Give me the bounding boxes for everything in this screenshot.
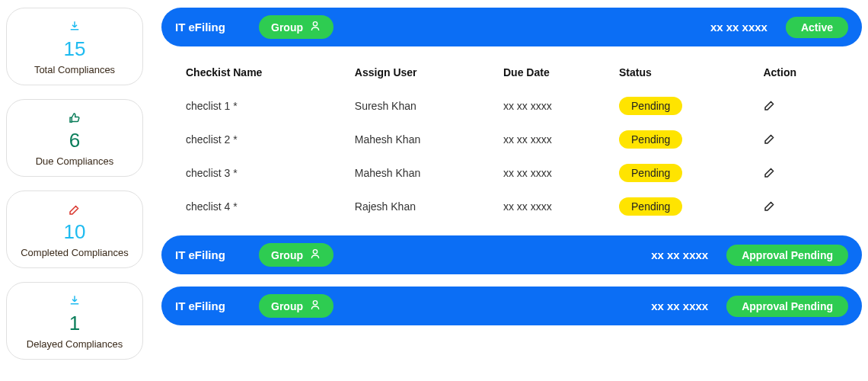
stat-delayed-compliances[interactable]: 1 Delayed Compliances bbox=[6, 282, 143, 360]
col-user: Assign User bbox=[349, 59, 497, 89]
user-icon bbox=[309, 299, 321, 313]
stat-label: Completed Compliances bbox=[21, 247, 129, 258]
col-action: Action bbox=[757, 59, 844, 89]
cell-due: xx xx xxxx bbox=[497, 190, 613, 223]
cell-user: Suresh Khan bbox=[349, 89, 497, 123]
stat-number: 1 bbox=[69, 312, 80, 335]
svg-point-1 bbox=[313, 250, 317, 254]
status-badge: Pending bbox=[619, 197, 682, 216]
cell-due: xx xx xxxx bbox=[497, 89, 613, 123]
cell-name: checlist 4 * bbox=[180, 190, 349, 223]
col-status: Status bbox=[613, 59, 757, 89]
cell-due: xx xx xxxx bbox=[497, 123, 613, 156]
cell-user: Mahesh Khan bbox=[349, 123, 497, 156]
download-icon bbox=[67, 293, 82, 309]
stat-completed-compliances[interactable]: 10 Completed Compliances bbox=[6, 190, 143, 268]
bar-date: xx xx xxxx bbox=[651, 299, 708, 312]
edit-button[interactable] bbox=[763, 98, 777, 112]
compliance-bar-pending[interactable]: IT eFiling Group xx xx xxxx Approval Pen… bbox=[161, 287, 862, 325]
bar-title: IT eFiling bbox=[175, 299, 244, 312]
stat-number: 10 bbox=[64, 220, 86, 244]
compliance-bar-active[interactable]: IT eFiling Group xx xx xxxx Active bbox=[161, 8, 862, 46]
group-label: Group bbox=[271, 21, 303, 34]
status-badge: Pending bbox=[619, 97, 682, 115]
bar-date: xx xx xxxx bbox=[651, 248, 708, 261]
user-icon bbox=[309, 20, 321, 34]
stat-label: Due Compliances bbox=[36, 155, 114, 167]
group-label: Group bbox=[271, 249, 303, 261]
stat-label: Delayed Compliances bbox=[27, 338, 123, 350]
group-label: Group bbox=[271, 300, 303, 312]
user-icon bbox=[309, 248, 321, 262]
col-name: Checkist Name bbox=[180, 59, 349, 89]
status-badge: Pending bbox=[619, 130, 682, 149]
compliance-bar-pending[interactable]: IT eFiling Group xx xx xxxx Approval Pen… bbox=[161, 235, 862, 274]
svg-point-2 bbox=[313, 301, 317, 305]
stat-due-compliances[interactable]: 6 Due Compliances bbox=[6, 99, 143, 177]
bar-title: IT eFiling bbox=[175, 248, 244, 261]
group-pill[interactable]: Group bbox=[259, 243, 333, 267]
edit-button[interactable] bbox=[763, 199, 777, 213]
stat-number: 6 bbox=[69, 129, 80, 152]
table-row: checlist 3 * Mahesh Khan xx xx xxxx Pend… bbox=[180, 156, 844, 190]
main-content: IT eFiling Group xx xx xxxx Active Check… bbox=[161, 8, 862, 373]
sidebar: 15 Total Compliances 6 Due Compliances 1… bbox=[6, 8, 143, 373]
svg-point-0 bbox=[313, 22, 317, 26]
status-pill-active: Active bbox=[786, 17, 848, 38]
stat-total-compliances[interactable]: 15 Total Compliances bbox=[6, 8, 143, 85]
edit-icon bbox=[67, 202, 82, 217]
download-icon bbox=[67, 19, 82, 34]
stat-label: Total Compliances bbox=[34, 64, 115, 75]
status-badge: Pending bbox=[619, 164, 682, 182]
col-due: Due Date bbox=[497, 59, 613, 89]
table-row: checlist 4 * Rajesh Khan xx xx xxxx Pend… bbox=[180, 190, 844, 223]
edit-button[interactable] bbox=[763, 132, 777, 146]
checklist-table-wrap: Checkist Name Assign User Due Date Statu… bbox=[161, 59, 862, 223]
cell-user: Rajesh Khan bbox=[349, 190, 497, 223]
stat-number: 15 bbox=[64, 37, 86, 61]
status-pill-pending: Approval Pending bbox=[726, 245, 848, 266]
cell-due: xx xx xxxx bbox=[497, 156, 613, 190]
group-pill[interactable]: Group bbox=[259, 294, 333, 318]
group-pill[interactable]: Group bbox=[259, 15, 333, 39]
table-row: checlist 2 * Mahesh Khan xx xx xxxx Pend… bbox=[180, 123, 844, 156]
bar-title: IT eFiling bbox=[175, 21, 244, 34]
status-pill-pending: Approval Pending bbox=[726, 296, 848, 317]
bar-date: xx xx xxxx bbox=[710, 21, 767, 34]
cell-name: checlist 2 * bbox=[180, 123, 349, 156]
checklist-table: Checkist Name Assign User Due Date Statu… bbox=[180, 59, 844, 223]
cell-name: checlist 3 * bbox=[180, 156, 349, 190]
thumbs-up-icon bbox=[67, 110, 82, 126]
edit-button[interactable] bbox=[763, 165, 777, 179]
cell-user: Mahesh Khan bbox=[349, 156, 497, 190]
table-row: checlist 1 * Suresh Khan xx xx xxxx Pend… bbox=[180, 89, 844, 123]
cell-name: checlist 1 * bbox=[180, 89, 349, 123]
